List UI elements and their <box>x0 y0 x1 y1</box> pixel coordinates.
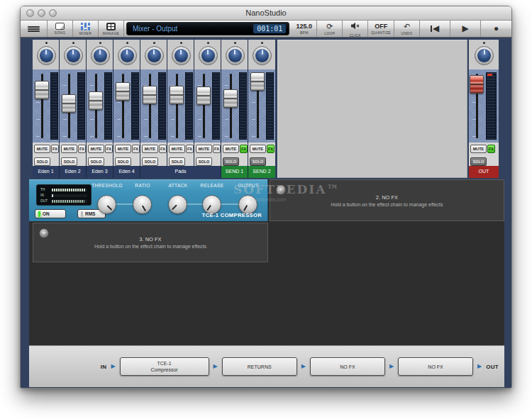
channel-strip-pads-2: MUTEFX SOLO <box>167 40 194 166</box>
channel-label-out[interactable]: OUT <box>469 166 499 178</box>
close-button[interactable] <box>26 9 34 17</box>
release-knob[interactable] <box>202 195 221 214</box>
mute-button[interactable]: MUTE <box>115 145 131 153</box>
output-knob[interactable] <box>238 195 257 214</box>
fader-handle[interactable] <box>143 86 157 104</box>
minimize-button[interactable] <box>38 9 45 17</box>
channel-label-send[interactable]: SEND 1 <box>221 166 248 178</box>
fx-button[interactable]: FX <box>159 145 167 153</box>
fader-handle[interactable] <box>89 91 103 110</box>
channel-strip-out: MUTEFX SOLO <box>469 40 499 166</box>
mute-button[interactable]: MUTE <box>250 145 266 153</box>
threshold-knob[interactable] <box>97 195 116 214</box>
solo-button[interactable]: SOLO <box>223 157 239 166</box>
chain-node-compressor[interactable]: TCE-1Compressor <box>120 357 209 376</box>
fx-button[interactable]: FX <box>213 145 221 153</box>
mute-button[interactable]: MUTE <box>169 145 185 153</box>
fader-section <box>469 69 499 143</box>
manage-button[interactable]: MANAGE <box>99 21 124 37</box>
bpm-button[interactable]: 125.0 BPM <box>292 21 317 37</box>
mute-button[interactable]: MUTE <box>470 145 487 153</box>
channel-label-send[interactable]: SEND 2 <box>248 166 275 178</box>
compressor-on-button[interactable]: ON <box>35 209 66 218</box>
fader-handle[interactable] <box>170 86 184 104</box>
solo-button[interactable]: SOLO <box>34 157 50 166</box>
pan-knob[interactable] <box>91 46 110 65</box>
pan-knob[interactable] <box>37 46 56 65</box>
fader-handle[interactable] <box>250 72 265 91</box>
mute-button[interactable]: MUTE <box>142 145 158 153</box>
mute-button[interactable]: MUTE <box>34 145 50 153</box>
fx-button[interactable]: FX <box>105 145 113 153</box>
compressor-panel: TH IN OUT ON RMS THRESHOLD RATIO <box>29 179 268 221</box>
song-button[interactable]: SONG <box>48 21 73 37</box>
mixer-button[interactable]: MIXER <box>73 21 99 37</box>
pan-section <box>469 40 499 69</box>
channel-label[interactable]: Pads <box>140 166 221 178</box>
fx-button-active[interactable]: FX <box>267 145 275 153</box>
effects-area: TH IN OUT ON RMS THRESHOLD RATIO <box>29 179 504 345</box>
loop-button[interactable]: ⟳ LOOP <box>317 21 343 37</box>
fader-handle[interactable] <box>196 86 211 105</box>
fx-button[interactable]: FX <box>132 145 140 153</box>
chain-node-nofx-2[interactable]: NO FX <box>398 357 473 376</box>
solo-button[interactable]: SOLO <box>196 157 212 166</box>
channel-label[interactable]: Eden 4 <box>113 166 140 178</box>
pan-knob[interactable] <box>64 46 83 65</box>
channel-strip-eden4: MUTEFX SOLO <box>113 40 140 166</box>
chain-node-returns[interactable]: RETURNS <box>222 357 297 376</box>
menu-button[interactable] <box>21 21 48 37</box>
pan-knob[interactable] <box>145 46 164 65</box>
fx-button-active[interactable]: FX <box>240 145 248 153</box>
pan-knob[interactable] <box>253 46 272 65</box>
pan-knob[interactable] <box>199 46 218 65</box>
undo-button[interactable]: ↶ UNDO <box>394 21 420 37</box>
effect-name: TCE-1 COMPRESSOR <box>202 212 262 218</box>
quantize-button[interactable]: OFF QUANTIZE <box>368 21 394 37</box>
pan-section <box>140 40 167 69</box>
master-fader-handle[interactable] <box>470 75 484 94</box>
pan-dot-icon <box>45 42 48 44</box>
fader-section <box>167 69 194 143</box>
mute-button[interactable]: MUTE <box>88 145 104 153</box>
channel-label[interactable]: Eden 2 <box>60 166 87 178</box>
channel-label[interactable]: Eden 1 <box>33 166 60 178</box>
level-meter <box>266 72 274 140</box>
channel-label[interactable]: Eden 3 <box>87 166 113 178</box>
chain-arrow-icon: ▶ <box>214 364 218 369</box>
fader-handle[interactable] <box>35 81 49 99</box>
fx-button[interactable]: FX <box>51 145 59 153</box>
solo-button[interactable]: SOLO <box>115 157 131 166</box>
mute-button[interactable]: MUTE <box>223 145 239 153</box>
fader-section <box>140 69 167 143</box>
click-button[interactable]: CLICK <box>343 21 368 37</box>
fx-button[interactable]: FX <box>186 145 194 153</box>
pan-knob[interactable] <box>226 46 245 65</box>
slot-hint: Hold a button on the effect chain to man… <box>270 202 504 207</box>
play-button[interactable]: ▶ <box>450 21 481 37</box>
solo-button[interactable]: SOLO <box>142 157 158 166</box>
fader-handle[interactable] <box>223 89 238 108</box>
solo-button[interactable]: SOLO <box>169 157 185 166</box>
solo-button[interactable]: SOLO <box>470 157 487 166</box>
fader-handle[interactable] <box>62 94 76 113</box>
attack-knob[interactable] <box>168 195 187 214</box>
zoom-button[interactable] <box>49 9 57 17</box>
pan-knob[interactable] <box>172 46 191 65</box>
play-icon: ▶ <box>462 25 468 33</box>
solo-button[interactable]: SOLO <box>61 157 77 166</box>
fx-button[interactable]: FX <box>78 145 86 153</box>
solo-button[interactable]: SOLO <box>250 157 266 166</box>
rewind-button[interactable]: ◀ <box>420 21 450 37</box>
fader-handle[interactable] <box>116 82 130 101</box>
slot-title: 3. NO FX <box>33 236 267 242</box>
pan-knob[interactable] <box>118 46 137 65</box>
pan-knob[interactable] <box>475 46 494 65</box>
solo-button[interactable]: SOLO <box>88 157 104 166</box>
ratio-knob[interactable] <box>133 195 152 214</box>
mute-button[interactable]: MUTE <box>196 145 212 153</box>
chain-node-nofx-1[interactable]: NO FX <box>310 357 385 376</box>
record-button[interactable]: ● <box>481 21 511 37</box>
mute-button[interactable]: MUTE <box>61 145 77 153</box>
fx-button-active[interactable]: FX <box>487 145 495 153</box>
